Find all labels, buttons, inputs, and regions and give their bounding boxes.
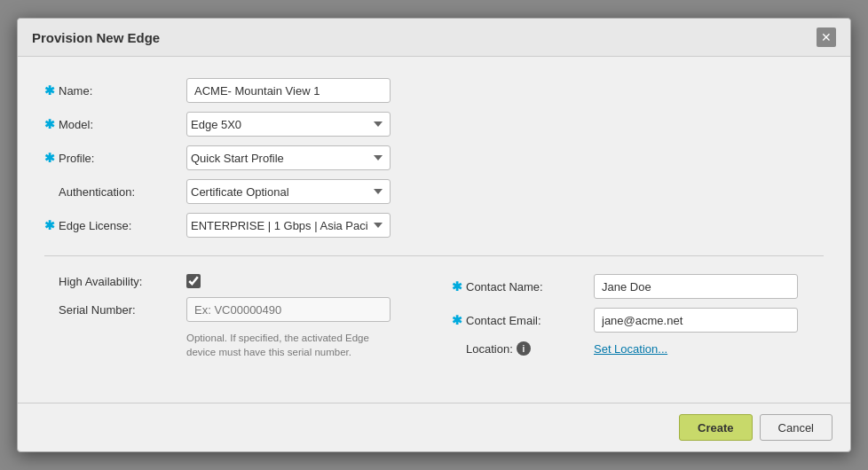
dialog-body: ✱ Name: ✱ Model: Edge 5X0 Edge 3X0 Edge … xyxy=(18,57,850,403)
contact-name-required-star: ✱ xyxy=(452,279,462,294)
license-label: ✱ Edge License: xyxy=(44,218,186,232)
cancel-button[interactable]: Cancel xyxy=(760,414,832,441)
location-row: Location: i Set Location... xyxy=(452,341,824,356)
model-row: ✱ Model: Edge 5X0 Edge 3X0 Edge 6X0 xyxy=(44,112,824,137)
name-row: ✱ Name: xyxy=(44,78,824,103)
profile-select[interactable]: Quick Start Profile Custom Profile xyxy=(186,145,391,170)
license-row: ✱ Edge License: ENTERPRISE | 1 Gbps | As… xyxy=(44,213,824,238)
contact-name-input[interactable] xyxy=(594,274,798,299)
license-select[interactable]: ENTERPRISE | 1 Gbps | Asia Paci xyxy=(186,213,391,238)
location-label: Location: i xyxy=(452,341,594,356)
contact-email-label: ✱ Contact Email: xyxy=(452,313,594,327)
location-info-icon[interactable]: i xyxy=(517,341,531,356)
close-button[interactable]: ✕ xyxy=(817,27,836,47)
high-availability-label: High Availability: xyxy=(44,275,186,288)
serial-number-input[interactable] xyxy=(186,297,391,322)
auth-row: Authentication: Certificate Optional Cer… xyxy=(44,179,824,204)
profile-required-star: ✱ xyxy=(44,151,55,165)
name-required-star: ✱ xyxy=(44,83,55,98)
model-select[interactable]: Edge 5X0 Edge 3X0 Edge 6X0 xyxy=(186,112,391,137)
serial-number-hint: Optional. If specified, the activated Ed… xyxy=(186,331,391,359)
auth-label: Authentication: xyxy=(44,185,186,199)
form-columns: High Availability: Serial Number: Option… xyxy=(44,274,824,364)
right-column: ✱ Contact Name: ✱ Contact Email: xyxy=(452,274,824,364)
provision-dialog: Provision New Edge ✕ ✱ Name: ✱ Model: Ed… xyxy=(17,18,851,452)
form-top-section: ✱ Name: ✱ Model: Edge 5X0 Edge 3X0 Edge … xyxy=(44,78,824,238)
name-label: ✱ Name: xyxy=(44,83,186,98)
contact-name-label: ✱ Contact Name: xyxy=(452,279,594,294)
create-button[interactable]: Create xyxy=(679,414,752,441)
profile-label: ✱ Profile: xyxy=(44,151,186,165)
dialog-header: Provision New Edge ✕ xyxy=(18,19,850,57)
set-location-button[interactable]: Set Location... xyxy=(594,342,667,356)
license-required-star: ✱ xyxy=(44,218,55,232)
serial-number-row: Serial Number: xyxy=(44,297,416,322)
model-label: ✱ Model: xyxy=(44,117,186,131)
section-divider xyxy=(44,255,824,256)
dialog-title: Provision New Edge xyxy=(32,30,160,45)
contact-email-required-star: ✱ xyxy=(452,313,462,327)
contact-email-row: ✱ Contact Email: xyxy=(452,308,824,333)
contact-name-row: ✱ Contact Name: xyxy=(452,274,824,299)
contact-email-input[interactable] xyxy=(594,308,798,333)
serial-number-label: Serial Number: xyxy=(44,303,186,317)
high-availability-row: High Availability: xyxy=(44,274,416,288)
dialog-footer: Create Cancel xyxy=(18,403,850,451)
auth-select[interactable]: Certificate Optional Certificate Require… xyxy=(186,179,391,204)
profile-row: ✱ Profile: Quick Start Profile Custom Pr… xyxy=(44,145,824,170)
high-availability-checkbox[interactable] xyxy=(186,274,201,288)
left-column: High Availability: Serial Number: Option… xyxy=(44,274,416,364)
model-required-star: ✱ xyxy=(44,117,55,131)
name-input[interactable] xyxy=(186,78,391,103)
